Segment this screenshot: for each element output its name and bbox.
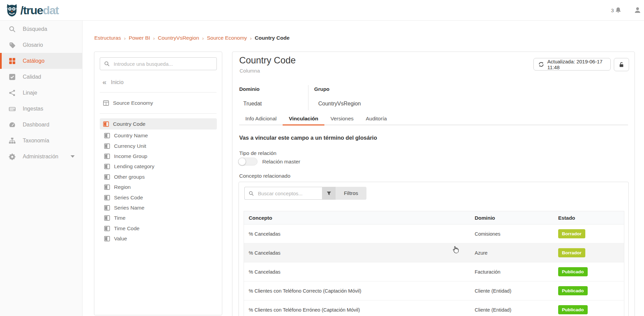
cell-estado: Borrador: [553, 229, 624, 238]
column-header-dominio: Dominio: [470, 215, 553, 221]
columns-icon: [104, 174, 110, 180]
tree-parent-item[interactable]: Source Economy: [103, 98, 153, 108]
tree-item[interactable]: Country Name: [100, 131, 216, 141]
relation-master-toggle[interactable]: [238, 158, 258, 165]
tree-item-label: Currency Unit: [114, 143, 146, 149]
updated-label: Actualizada: 2019-06-17 11:48: [547, 59, 606, 70]
grid-icon: [8, 57, 16, 64]
filter-funnel-button[interactable]: [322, 187, 336, 200]
breadcrumb-link[interactable]: Power BI: [129, 35, 150, 41]
column-header-concepto: Concepto: [244, 215, 470, 221]
sidebar-item-calidad[interactable]: Calidad: [0, 69, 82, 85]
sidebar-item-glosario[interactable]: Glosario: [0, 37, 82, 53]
columns-icon: [104, 215, 110, 221]
cell-dominio: Azure: [470, 250, 553, 256]
tab-vinculacion[interactable]: Vinculación: [283, 112, 324, 125]
tree-item-list: Country Name Currency Unit Income Group …: [100, 131, 216, 244]
status-badge: Publicado: [558, 286, 588, 295]
tree-item[interactable]: Lending category: [100, 161, 216, 172]
tree-home-button[interactable]: « Inicio: [102, 78, 124, 87]
detail-panel: Country Code Columna Actualizada: 2019-0…: [232, 52, 635, 316]
notifications-button[interactable]: 3: [611, 0, 622, 20]
tree-item-label: Region: [114, 184, 131, 190]
table-header-row: Concepto Dominio Estado: [244, 211, 624, 224]
sidebar-item-label: Búsqueda: [23, 26, 47, 32]
table-row[interactable]: % Canceladas Azure Borrador: [244, 243, 624, 262]
drive-icon: [8, 105, 16, 112]
status-badge: Publicado: [558, 305, 588, 314]
status-badge: Borrador: [558, 229, 585, 238]
sidebar-item-busqueda[interactable]: Búsqueda: [0, 21, 82, 37]
cell-concepto: % Clientes con Teléfono Erróneo (Captaci…: [244, 307, 470, 313]
concept-search-box: [244, 187, 322, 200]
breadcrumb-current: Country Code: [255, 35, 289, 41]
tree-item[interactable]: Income Group: [100, 151, 216, 161]
app-window: /truedat 3 Búsqueda Glosario Catálogo Ca…: [0, 0, 644, 316]
cell-estado: Publicado: [553, 267, 624, 276]
lock-button[interactable]: [614, 58, 629, 71]
bell-icon: [615, 7, 622, 14]
related-concepts-box: Filtros Concepto Dominio Estado % Cancel…: [239, 182, 629, 316]
user-menu-button[interactable]: [634, 0, 641, 20]
table-row[interactable]: % Canceladas Facturación Publicado: [244, 262, 624, 281]
gear-icon: [8, 153, 16, 160]
tree-search-input[interactable]: [113, 61, 212, 67]
breadcrumb-separator: ›: [250, 35, 252, 41]
sidebar-item-catalogo[interactable]: Catálogo: [0, 53, 82, 69]
cell-dominio: Cliente (Entidad): [470, 307, 553, 313]
tree-item[interactable]: Value: [100, 234, 216, 244]
tree-home-label: Inicio: [111, 79, 124, 85]
tree-item[interactable]: Time Code: [100, 223, 216, 234]
field-value-dominio: Truedat: [243, 101, 262, 107]
tab-auditoria[interactable]: Auditoría: [360, 112, 393, 125]
breadcrumb-separator: ›: [202, 35, 204, 41]
tree-item[interactable]: Series Code: [100, 192, 216, 202]
field-label-grupo: Grupo: [314, 86, 329, 92]
tree-item[interactable]: Series Name: [100, 203, 216, 213]
tree-item[interactable]: Time: [100, 213, 216, 223]
table-row[interactable]: % Clientes con Teléfono Correcto (Captac…: [244, 281, 624, 300]
tags-icon: [8, 41, 16, 48]
cell-estado: Publicado: [553, 286, 624, 295]
breadcrumb-link[interactable]: CountryVsRegion: [158, 35, 199, 41]
tab-versiones[interactable]: Versiones: [324, 112, 360, 125]
breadcrumb-separator: ›: [153, 35, 155, 41]
breadcrumb-link[interactable]: Estructuras: [94, 35, 121, 41]
table-row[interactable]: % Canceladas Comisiones Borrador: [244, 224, 624, 243]
columns-icon: [104, 195, 110, 200]
sidebar-item-label: Ingestas: [23, 106, 43, 112]
tree-item-label: Value: [114, 236, 127, 242]
related-concept-label: Concepto relacionado: [239, 173, 290, 179]
sidebar-item-ingestas[interactable]: Ingestas: [0, 101, 82, 117]
tree-item[interactable]: Other groups: [100, 172, 216, 182]
tab-info-adicional[interactable]: Info Adicional: [239, 112, 283, 125]
tree-item[interactable]: Region: [100, 182, 216, 192]
concept-search-input[interactable]: [257, 190, 318, 197]
truedat-logo[interactable]: /truedat: [5, 3, 59, 17]
concepts-table: Concepto Dominio Estado % Canceladas Com…: [244, 211, 624, 316]
funnel-icon: [326, 191, 332, 196]
tree-item-label: Time Code: [114, 225, 139, 232]
breadcrumb-link[interactable]: Source Economy: [207, 35, 247, 41]
refresh-icon: [538, 62, 544, 67]
columns-icon: [104, 164, 110, 169]
tree-item-label: Country Name: [114, 133, 148, 139]
search-icon: [8, 25, 16, 33]
cell-estado: Borrador: [553, 248, 624, 257]
tree-item-label: Series Code: [114, 195, 143, 201]
divider: [308, 85, 308, 110]
tree-item[interactable]: Currency Unit: [100, 141, 216, 151]
tree-item-selected[interactable]: Country Code: [100, 118, 217, 130]
table-row[interactable]: % Clientes con Teléfono Erróneo (Captaci…: [244, 300, 624, 316]
updated-button[interactable]: Actualizada: 2019-06-17 11:48: [533, 58, 611, 71]
sidebar-item-dashboard[interactable]: Dashboard: [0, 117, 82, 133]
gauge-icon: [8, 121, 16, 128]
toggle-label: Relación master: [262, 159, 300, 165]
filters-button[interactable]: Filtros: [336, 187, 366, 200]
relation-type-label: Tipo de relación: [239, 150, 277, 156]
sidebar-item-taxonomia[interactable]: Taxonomía: [0, 133, 82, 149]
sidebar-item-label: Linaje: [23, 90, 37, 96]
sidebar-item-administracion[interactable]: Administración: [0, 149, 82, 164]
sidebar-item-label: Dashboard: [23, 122, 49, 128]
sidebar-item-linaje[interactable]: Linaje: [0, 85, 82, 101]
